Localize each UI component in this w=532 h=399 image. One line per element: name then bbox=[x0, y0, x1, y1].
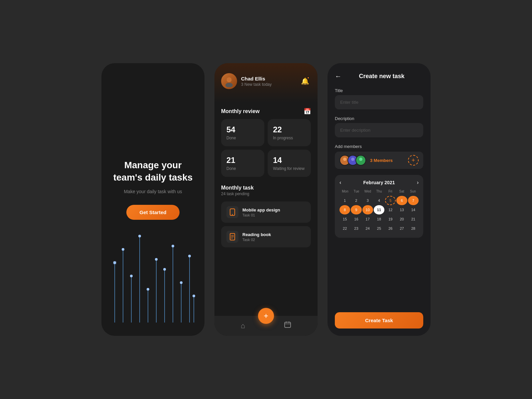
cal-day-tue: Tue bbox=[351, 190, 362, 193]
cal-cell-17[interactable]: 17 bbox=[362, 214, 373, 224]
screen1-landing: Manage your team's daily tasks Make your… bbox=[101, 63, 204, 336]
svg-point-5 bbox=[130, 275, 133, 277]
cal-cell-4[interactable]: 4 bbox=[374, 196, 384, 205]
monthly-review-header: Monthly review 📅 bbox=[214, 102, 318, 119]
svg-point-35 bbox=[343, 158, 346, 161]
cal-week-1: 1 2 3 4 5 6 7 bbox=[339, 196, 419, 205]
get-started-button[interactable]: Get Started bbox=[126, 205, 180, 220]
cal-cell-28[interactable]: 28 bbox=[408, 224, 419, 233]
fab-button[interactable]: + bbox=[258, 308, 274, 324]
user-info: Chad Ellis 3 New task today bbox=[221, 73, 272, 89]
user-name: Chad Ellis bbox=[241, 76, 272, 81]
cal-cell-9[interactable]: 9 bbox=[351, 205, 361, 214]
cal-days-header: Mon Tue Wed Thu Fri Sat Sun bbox=[339, 190, 419, 193]
cal-month-label: February 2021 bbox=[363, 180, 395, 185]
cal-cell-3[interactable]: 3 bbox=[362, 196, 373, 205]
svg-point-7 bbox=[138, 235, 141, 237]
cal-day-sun: Sun bbox=[407, 190, 419, 193]
cal-cell-11[interactable]: 11 bbox=[374, 205, 384, 214]
cal-cell-26[interactable]: 26 bbox=[385, 224, 396, 233]
cal-cell-16[interactable]: 16 bbox=[351, 214, 361, 224]
create-task-button[interactable]: Create Task bbox=[335, 312, 423, 329]
svg-rect-31 bbox=[285, 322, 291, 328]
cal-day-sat: Sat bbox=[396, 190, 407, 193]
members-label: Add members bbox=[335, 144, 423, 149]
cal-cell-7[interactable]: 7 bbox=[408, 196, 419, 205]
home-nav-icon[interactable]: ⌂ bbox=[241, 322, 245, 330]
svg-point-21 bbox=[193, 295, 195, 297]
back-button[interactable]: ← bbox=[335, 72, 341, 80]
svg-point-15 bbox=[172, 245, 174, 247]
cal-cell-25[interactable]: 25 bbox=[374, 224, 384, 233]
cal-day-wed: Wed bbox=[362, 190, 373, 193]
cal-cell-8[interactable]: 8 bbox=[339, 205, 350, 214]
svg-point-19 bbox=[188, 255, 191, 257]
svg-point-9 bbox=[147, 288, 149, 291]
member-avatars bbox=[339, 155, 366, 166]
stat-number-0: 54 bbox=[226, 125, 235, 134]
cal-cell-10[interactable]: 10 bbox=[362, 205, 373, 214]
monthly-task-header: Monthly task 24 task pending bbox=[214, 182, 318, 198]
task-item-1[interactable]: Reading book Task 02 bbox=[221, 226, 311, 247]
svg-point-1 bbox=[113, 261, 116, 264]
cal-cell-27[interactable]: 27 bbox=[396, 224, 407, 233]
task-name-1: Reading book bbox=[242, 232, 271, 237]
cal-cell-21[interactable]: 21 bbox=[408, 214, 419, 224]
add-member-button[interactable]: + bbox=[408, 155, 419, 166]
cal-cell-24[interactable]: 24 bbox=[362, 224, 373, 233]
svg-point-36 bbox=[342, 162, 347, 164]
screen1-title: Manage your team's daily tasks bbox=[111, 159, 195, 184]
cal-cell-14[interactable]: 14 bbox=[408, 205, 419, 214]
calendar-nav-icon[interactable] bbox=[284, 321, 291, 331]
cal-next-button[interactable]: › bbox=[417, 180, 419, 186]
cal-cell-19[interactable]: 19 bbox=[385, 214, 396, 224]
cal-week-2: 8 9 10 11 12 13 14 bbox=[339, 205, 419, 214]
cal-cell-13[interactable]: 13 bbox=[396, 205, 407, 214]
stat-label-0: Done bbox=[226, 136, 236, 140]
cal-cell-12[interactable]: 12 bbox=[385, 205, 396, 214]
stat-card-waiting: 14 Waiting for review bbox=[268, 150, 311, 177]
cal-cell-15[interactable]: 15 bbox=[339, 214, 350, 224]
cal-week-4: 22 23 24 25 26 27 28 bbox=[339, 224, 419, 233]
calendar-icon[interactable]: 📅 bbox=[304, 108, 311, 115]
screen1-subtitle: Make your daily task with us bbox=[124, 189, 182, 194]
task-info-0: Mobile app design Task 01 bbox=[242, 207, 280, 217]
screen2-dashboard: Chad Ellis 3 New task today 🔔 Monthly re… bbox=[214, 63, 318, 336]
calendar-header: ‹ February 2021 › bbox=[339, 180, 419, 186]
task-info-1: Reading book Task 02 bbox=[242, 232, 271, 242]
cal-cell-23[interactable]: 23 bbox=[351, 224, 361, 233]
stat-number-2: 21 bbox=[226, 156, 235, 165]
stat-card-inprogress: 22 In progress bbox=[268, 119, 311, 146]
user-tasks: 3 New task today bbox=[241, 82, 272, 87]
description-field-group: Decription bbox=[335, 116, 423, 143]
cal-cell-18[interactable]: 18 bbox=[374, 214, 384, 224]
monthly-task-title: Monthly task bbox=[221, 185, 311, 191]
svg-point-37 bbox=[351, 158, 354, 161]
screens-container: Manage your team's daily tasks Make your… bbox=[101, 63, 431, 336]
description-input[interactable] bbox=[335, 123, 423, 137]
screen3-create-task: ← Create new task Title Decription Add m… bbox=[328, 63, 431, 336]
cal-week-3: 15 16 17 18 19 20 21 bbox=[339, 214, 419, 224]
cal-cell-22[interactable]: 22 bbox=[339, 224, 350, 233]
notification-icon[interactable]: 🔔 bbox=[299, 75, 311, 87]
member-avatar-3 bbox=[355, 155, 366, 166]
cal-prev-button[interactable]: ‹ bbox=[339, 180, 341, 186]
svg-point-40 bbox=[358, 162, 363, 164]
members-count: 3 Members bbox=[370, 158, 393, 163]
cal-cell-20[interactable]: 20 bbox=[396, 214, 407, 224]
svg-point-11 bbox=[155, 258, 158, 261]
cal-cell-1[interactable]: 1 bbox=[339, 196, 350, 205]
task-item-0[interactable]: Mobile app design Task 01 bbox=[221, 201, 311, 223]
create-task-title: Create new task bbox=[347, 73, 423, 80]
cal-cell-2[interactable]: 2 bbox=[351, 196, 361, 205]
title-input[interactable] bbox=[335, 95, 423, 109]
cal-cell-5[interactable]: 5 bbox=[385, 196, 396, 205]
stat-label-3: Waiting for review bbox=[273, 166, 305, 171]
cal-cell-6[interactable]: 6 bbox=[396, 196, 407, 205]
title-label: Title bbox=[335, 88, 423, 93]
title-field-group: Title bbox=[335, 88, 423, 115]
stats-grid: 54 Done 22 In progress 21 Done 14 Waitin… bbox=[214, 119, 318, 182]
avatar bbox=[221, 73, 237, 89]
svg-point-26 bbox=[232, 214, 233, 215]
task-list: Mobile app design Task 01 Reading book T… bbox=[214, 198, 318, 316]
